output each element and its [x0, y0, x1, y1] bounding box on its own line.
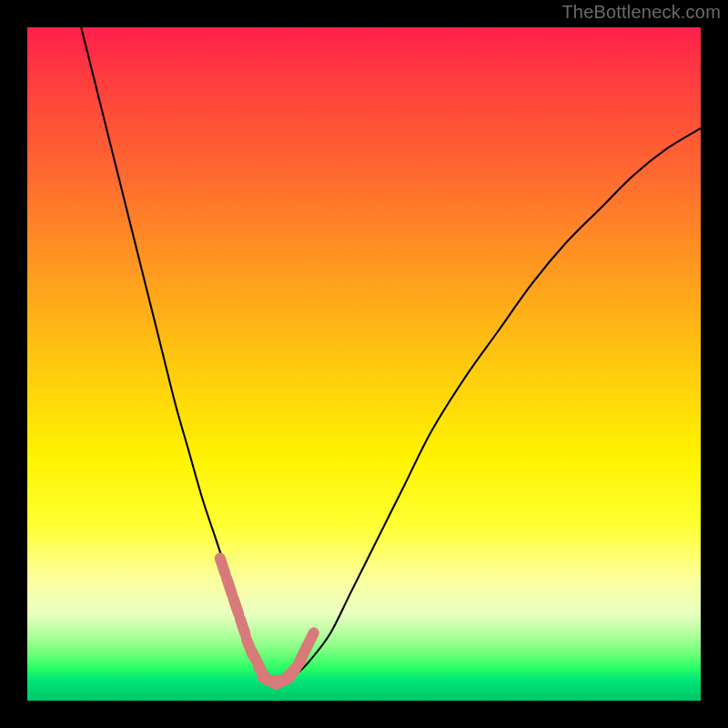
- watermark-text: TheBottleneck.com: [561, 2, 721, 23]
- bottleneck-marker-group: [220, 558, 314, 683]
- chart-plot-area: [27, 27, 701, 701]
- bottleneck-marker-segment: [307, 632, 314, 647]
- bottleneck-marker-segment: [220, 558, 226, 573]
- chart-frame: TheBottleneck.com: [0, 0, 728, 728]
- bottleneck-marker-segment: [240, 619, 246, 634]
- bottleneck-curve-line: [81, 27, 701, 681]
- bottleneck-marker-segment: [234, 599, 239, 614]
- bottleneck-curve-svg: [27, 27, 701, 701]
- bottleneck-marker-segment: [227, 579, 232, 594]
